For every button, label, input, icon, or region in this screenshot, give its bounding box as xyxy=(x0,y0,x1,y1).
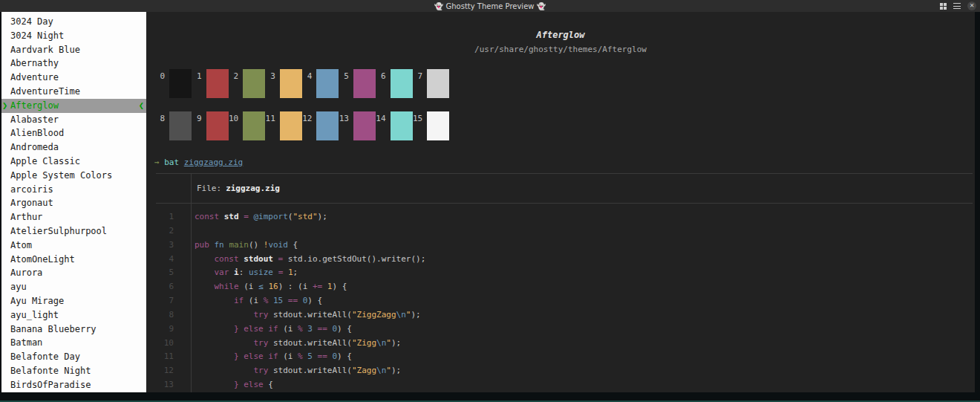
window-title: 👻 Ghostty Theme Preview 👻 xyxy=(434,2,546,10)
palette-cell: 0 xyxy=(154,69,192,98)
palette-swatch xyxy=(353,69,376,98)
code-line: 9 } else if (i % 3 == 0) { xyxy=(156,322,973,337)
palette-row-2: 89101112131415 xyxy=(154,111,449,140)
line-number: 2 xyxy=(156,224,174,239)
palette-cell: 9 xyxy=(192,111,229,140)
palette-cell: 15 xyxy=(412,111,449,140)
line-number: 11 xyxy=(156,350,174,364)
theme-list-item[interactable]: Apple Classic xyxy=(1,155,146,169)
palette-index: 15 xyxy=(412,111,422,123)
palette-swatch xyxy=(169,69,192,98)
palette-index: 0 xyxy=(154,69,165,81)
theme-list-item[interactable]: Argonaut xyxy=(1,196,146,210)
palette-swatch xyxy=(391,69,413,98)
palette-index: 7 xyxy=(412,69,422,81)
file-name: ziggzag.zig xyxy=(226,184,280,193)
theme-list-item[interactable]: Banana Blueberry xyxy=(1,322,146,337)
line-number: 8 xyxy=(156,308,174,322)
palette-cell: 13 xyxy=(339,111,376,140)
palette-swatch xyxy=(353,111,376,140)
theme-list-item[interactable]: Apple System Colors xyxy=(1,169,146,183)
theme-list: 3024 Day3024 NightAardvark BlueAbernathy… xyxy=(1,12,146,392)
tiles-icon[interactable] xyxy=(940,3,947,10)
theme-list-item[interactable]: arcoiris xyxy=(1,183,146,197)
shell-prompt: → bat ziggzagg.zig xyxy=(154,158,243,167)
theme-list-item[interactable]: Belafonte Night xyxy=(1,364,146,378)
code-text: } else { xyxy=(174,378,273,392)
theme-list-item[interactable]: Aurora xyxy=(1,266,146,280)
theme-list-item[interactable]: 3024 Day xyxy=(1,15,146,29)
palette-index: 2 xyxy=(228,69,238,81)
palette-cell: 10 xyxy=(228,111,265,140)
theme-list-item[interactable]: BirdsOfParadise xyxy=(1,378,146,392)
theme-list-item[interactable]: ayu xyxy=(1,280,146,294)
close-icon[interactable]: ✕ xyxy=(967,1,976,10)
palette-cell: 6 xyxy=(376,69,413,98)
code-text: var i: usize = 1; xyxy=(174,266,298,280)
palette-cell: 3 xyxy=(265,69,302,98)
titlebar-buttons: ✕ xyxy=(940,0,976,12)
palette-cell: 11 xyxy=(265,111,302,140)
code-line: 8 try stdout.writeAll("ZiggZagg\n"); xyxy=(156,308,973,322)
code-text: } else if (i % 5 == 0) { xyxy=(174,350,352,364)
theme-list-item[interactable]: Aardvark Blue xyxy=(1,43,146,57)
desktop-edge xyxy=(0,392,980,402)
theme-list-item[interactable]: Abernathy xyxy=(1,56,146,71)
palette-index: 12 xyxy=(301,111,312,123)
palette-cell: 12 xyxy=(301,111,339,140)
theme-list-item[interactable]: AdventureTime xyxy=(1,85,146,99)
theme-list-item[interactable]: Batman xyxy=(1,336,146,350)
line-number: 3 xyxy=(156,239,174,253)
prompt-filename: ziggzagg.zig xyxy=(184,158,243,167)
code-line: 12 try stdout.writeAll("Zagg\n"); xyxy=(156,364,973,378)
palette-index: 3 xyxy=(265,69,275,81)
theme-list-item[interactable]: Belafonte Day xyxy=(1,350,146,364)
theme-list-item[interactable]: Atom xyxy=(1,239,146,253)
palette-cell: 4 xyxy=(301,69,339,98)
theme-path: /usr/share/ghostty/themes/Afterglow xyxy=(146,45,975,54)
palette-swatch xyxy=(427,111,449,140)
theme-list-item[interactable]: Andromeda xyxy=(1,140,146,155)
code-text: while (i ≤ 16) : (i += 1) { xyxy=(174,280,347,294)
code-line: 11 } else if (i % 5 == 0) { xyxy=(156,350,973,364)
code-line: 3pub fn main() !void { xyxy=(156,239,973,253)
line-number: 12 xyxy=(156,364,174,378)
bat-output: File: ziggzag.zig 1const std = @import("… xyxy=(156,173,973,392)
palette-index: 5 xyxy=(339,69,349,81)
line-number: 13 xyxy=(156,378,174,392)
line-number: 7 xyxy=(156,294,174,308)
code-line: 6 while (i ≤ 16) : (i += 1) { xyxy=(156,280,973,294)
theme-list-item[interactable]: 3024 Night xyxy=(1,29,146,43)
line-number: 6 xyxy=(156,280,174,294)
palette-index: 6 xyxy=(376,69,386,81)
gutter-separator xyxy=(191,173,192,392)
selection-marker-right-icon: ❮ xyxy=(139,99,144,113)
theme-list-item[interactable]: Adventure xyxy=(1,71,146,85)
theme-list-item[interactable]: ayu_light xyxy=(1,308,146,322)
code-text: try stdout.writeAll("Zigg\n"); xyxy=(174,337,401,351)
theme-list-item[interactable]: AtomOneLight xyxy=(1,253,146,267)
palette-cell: 2 xyxy=(228,69,265,98)
theme-list-item[interactable]: ❯Afterglow❮ xyxy=(1,99,146,113)
theme-title: Afterglow xyxy=(146,30,975,40)
code-line: 5 var i: usize = 1; xyxy=(156,266,973,280)
line-number: 9 xyxy=(156,322,174,337)
theme-list-item[interactable]: AlienBlood xyxy=(1,126,146,140)
palette-swatch xyxy=(280,69,302,98)
theme-list-item[interactable]: Ayu Mirage xyxy=(1,294,146,308)
code-text: try stdout.writeAll("ZiggZagg\n"); xyxy=(174,308,421,322)
palette-swatch xyxy=(316,69,339,98)
palette-swatch xyxy=(316,111,339,140)
palette-swatch xyxy=(206,111,229,140)
theme-list-item[interactable]: AtelierSulphurpool xyxy=(1,224,146,239)
theme-list-item[interactable]: Arthur xyxy=(1,210,146,224)
code-line: 2 xyxy=(156,224,973,239)
theme-name: Afterglow xyxy=(10,100,59,111)
palette-index: 1 xyxy=(192,69,202,81)
code-line: 7 if (i % 15 == 0) { xyxy=(156,294,973,308)
code-line: 1const std = @import("std"); xyxy=(156,210,973,224)
menu-icon[interactable] xyxy=(953,3,961,9)
code-text: try stdout.writeAll("Zagg\n"); xyxy=(174,364,401,378)
theme-list-item[interactable]: Alabaster xyxy=(1,113,146,127)
prompt-arrow-icon: → xyxy=(154,158,160,167)
